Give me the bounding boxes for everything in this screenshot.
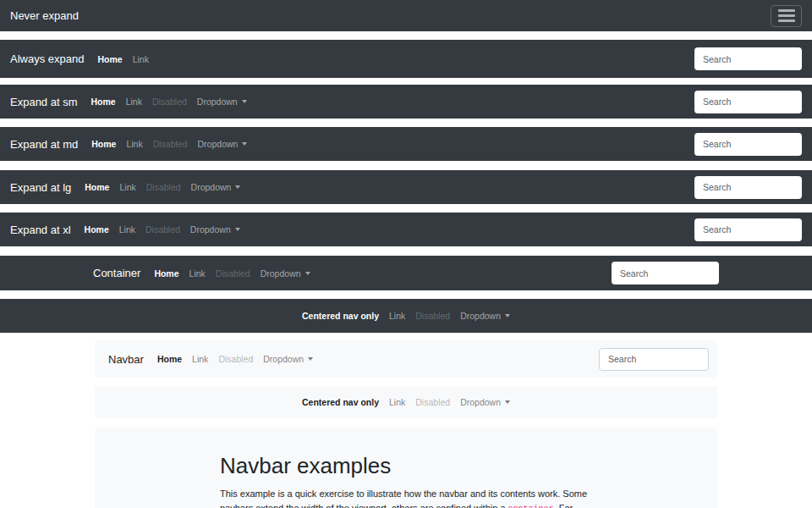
search-input[interactable] — [694, 91, 802, 113]
navbar-nav: Centered nav only Link Disabled Dropdown — [297, 397, 515, 407]
paragraph-line: navbars extend the width of the viewport… — [220, 501, 592, 508]
navbar-expand-lg: Expand at lg Home Link Disabled Dropdown — [0, 170, 812, 204]
nav-item-disabled: Disabled — [410, 311, 455, 321]
main-content: Navbar Home Link Disabled Dropdown Cente… — [95, 340, 717, 508]
nav-item-disabled: Disabled — [213, 354, 258, 364]
nav-item-home[interactable]: Home — [80, 182, 114, 192]
nav-item-centered-brand[interactable]: Centered nav only — [297, 311, 384, 321]
navbar-nav: Home Link Disabled Dropdown — [80, 224, 245, 235]
navbar-brand[interactable]: Never expand — [10, 9, 79, 22]
navbar-centered-dark: Centered nav only Link Disabled Dropdown — [0, 299, 812, 333]
navbar-brand[interactable]: Always expand — [10, 52, 84, 65]
dropdown-label: Dropdown — [263, 354, 304, 364]
navbar-never-expand: Never expand — [0, 0, 812, 31]
caret-down-icon — [242, 100, 247, 103]
nav-item-home[interactable]: Home — [92, 54, 127, 64]
caret-down-icon — [235, 228, 240, 231]
paragraph-text: . For — [554, 503, 573, 508]
jumbotron-column: Navbar examples This example is a quick … — [220, 453, 592, 508]
nav-item-link[interactable]: Link — [121, 139, 147, 149]
navbar-toggler-button[interactable] — [771, 5, 802, 27]
search-input[interactable] — [612, 262, 719, 284]
nav-item-link[interactable]: Link — [128, 54, 154, 64]
nav-item-link[interactable]: Link — [184, 268, 211, 279]
nav-item-disabled: Disabled — [141, 182, 186, 192]
page-title: Navbar examples — [220, 453, 592, 479]
navbar-centered-light: Centered nav only Link Disabled Dropdown — [95, 386, 717, 418]
nav-item-dropdown[interactable]: Dropdown — [455, 397, 515, 407]
nav-item-dropdown[interactable]: Dropdown — [193, 139, 253, 149]
nav-item-disabled: Disabled — [140, 224, 185, 235]
nav-item-home[interactable]: Home — [86, 97, 121, 107]
inline-code: container — [508, 505, 554, 508]
nav-item-dropdown[interactable]: Dropdown — [255, 268, 315, 279]
dropdown-label: Dropdown — [191, 182, 232, 192]
paragraph-line: This example is a quick exercise to illu… — [220, 487, 592, 501]
nav-item-dropdown[interactable]: Dropdown — [455, 311, 515, 321]
nav-item-home[interactable]: Home — [86, 139, 121, 149]
navbar-expand-sm: Expand at sm Home Link Disabled Dropdown — [0, 85, 812, 119]
nav-item-link[interactable]: Link — [384, 311, 410, 321]
caret-down-icon — [235, 185, 240, 189]
nav-item-home[interactable]: Home — [149, 268, 184, 279]
navbar-brand[interactable]: Container — [93, 267, 140, 279]
navbar-nav: Home Link Disabled Dropdown — [80, 182, 245, 192]
navbar-expand-xl: Expand at xl Home Link Disabled Dropdown — [0, 213, 812, 246]
navbar-brand[interactable]: Navbar — [108, 353, 144, 366]
paragraph-text: navbars extend the width of the viewport… — [220, 503, 508, 508]
navbar-container-inner: Container Home Link Disabled Dropdown — [93, 256, 719, 290]
nav-item-home[interactable]: Home — [80, 224, 114, 235]
nav-item-centered-brand[interactable]: Centered nav only — [297, 397, 384, 407]
nav-item-home[interactable]: Home — [152, 354, 187, 364]
nav-item-disabled: Disabled — [211, 268, 255, 279]
nav-item-link[interactable]: Link — [187, 354, 213, 364]
navbar-nav: Home Link — [92, 54, 153, 64]
hamburger-icon — [778, 14, 795, 17]
dropdown-label: Dropdown — [460, 311, 501, 321]
navbar-light: Navbar Home Link Disabled Dropdown — [95, 340, 717, 378]
search-input[interactable] — [694, 133, 802, 156]
navbar-nav: Home Link Disabled Dropdown — [86, 97, 252, 107]
hamburger-icon — [778, 9, 795, 12]
nav-item-dropdown[interactable]: Dropdown — [258, 354, 318, 364]
nav-item-link[interactable]: Link — [114, 182, 140, 192]
nav-item-disabled: Disabled — [148, 139, 193, 149]
navbar-brand[interactable]: Expand at sm — [10, 96, 78, 108]
navbar-brand[interactable]: Expand at xl — [10, 224, 71, 236]
nav-item-disabled: Disabled — [147, 97, 192, 107]
caret-down-icon — [505, 400, 510, 404]
caret-down-icon — [505, 314, 510, 318]
navbar-nav: Centered nav only Link Disabled Dropdown — [297, 311, 515, 321]
nav-item-dropdown[interactable]: Dropdown — [185, 224, 245, 235]
caret-down-icon — [308, 357, 313, 361]
nav-item-link[interactable]: Link — [114, 224, 140, 235]
nav-item-link[interactable]: Link — [121, 97, 147, 107]
search-input[interactable] — [694, 47, 802, 70]
navbar-container: Container Home Link Disabled Dropdown — [0, 256, 812, 290]
navbar-nav: Home Link Disabled Dropdown — [149, 268, 315, 279]
navbar-nav: Home Link Disabled Dropdown — [86, 139, 252, 149]
caret-down-icon — [305, 272, 310, 275]
hamburger-icon — [778, 19, 795, 22]
nav-item-disabled: Disabled — [410, 397, 455, 407]
navbar-expand-md: Expand at md Home Link Disabled Dropdown — [0, 127, 812, 161]
navbar-brand[interactable]: Expand at md — [10, 138, 78, 151]
dropdown-label: Dropdown — [197, 97, 238, 107]
intro-paragraph: This example is a quick exercise to illu… — [220, 487, 592, 508]
dropdown-label: Dropdown — [190, 224, 231, 235]
nav-item-link[interactable]: Link — [384, 397, 410, 407]
dropdown-label: Dropdown — [261, 268, 301, 279]
caret-down-icon — [242, 142, 247, 146]
jumbotron: Navbar examples This example is a quick … — [95, 428, 717, 508]
navbar-nav: Home Link Disabled Dropdown — [152, 354, 318, 364]
dropdown-label: Dropdown — [460, 397, 501, 407]
navbar-brand[interactable]: Expand at lg — [10, 181, 71, 194]
nav-item-dropdown[interactable]: Dropdown — [186, 182, 246, 192]
search-input[interactable] — [694, 176, 802, 199]
search-input[interactable] — [694, 218, 802, 241]
nav-item-dropdown[interactable]: Dropdown — [192, 97, 252, 107]
navbar-always-expand: Always expand Home Link — [0, 40, 812, 78]
search-input[interactable] — [599, 348, 709, 371]
dropdown-label: Dropdown — [198, 139, 239, 149]
